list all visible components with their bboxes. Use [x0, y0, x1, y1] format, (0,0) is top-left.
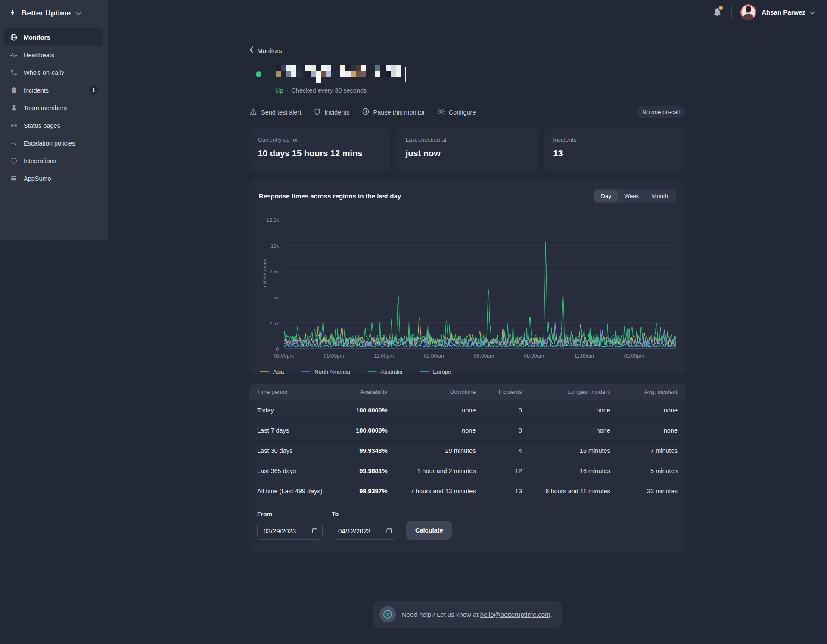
sidebar-item-monitors[interactable]: Monitors — [4, 28, 103, 46]
chart-plot-area — [284, 220, 676, 349]
cell-incidents: 0 — [476, 427, 522, 434]
cell-longest-incident: none — [522, 407, 610, 414]
monitor-status-line: Up·Checked every 30 seconds — [275, 87, 685, 94]
availability-table-panel: Time period Availability Downtime Incide… — [249, 384, 685, 552]
cell-downtime: 7 hours and 13 minutes — [388, 488, 476, 495]
sidebar-item-label: Who's on-call? — [24, 69, 65, 76]
breadcrumb-label: Monitors — [257, 47, 282, 54]
cell-availability: 99.9348% — [329, 447, 388, 454]
legend-item-australia: Australia — [367, 368, 403, 375]
status-up-label: Up — [275, 87, 283, 94]
sidebar-item-team-members[interactable]: Team members — [4, 99, 103, 117]
better-uptime-app: Better Uptime Monitors Heartbeats — [0, 0, 827, 644]
range-month-button[interactable]: Month — [645, 190, 675, 202]
table-row: Last 7 days 100.0000% none 0 none none — [249, 420, 685, 440]
cell-avg-incident: 5 minutes — [610, 468, 678, 474]
legend-label: Asia — [273, 368, 284, 375]
sidebar-item-status-pages[interactable]: Status pages — [4, 117, 103, 134]
range-week-button[interactable]: Week — [618, 190, 645, 202]
legend-item-europe: Europe — [420, 368, 451, 375]
cell-downtime: none — [388, 427, 476, 434]
lightning-bolt-icon — [9, 8, 17, 19]
chevron-down-icon — [76, 9, 81, 17]
table-header-row: Time period Availability Downtime Incide… — [249, 384, 685, 400]
cell-longest-incident: 6 hours and 11 minutes — [522, 488, 610, 495]
x-tick: 02:00am — [424, 353, 444, 359]
breadcrumb-monitors-link[interactable]: Monitors — [249, 46, 282, 54]
title-pixel-group — [340, 65, 371, 83]
from-label: From — [257, 511, 323, 517]
escalation-list-icon — [9, 140, 18, 147]
sidebar-item-incidents[interactable]: Incidents 1 — [4, 81, 103, 99]
column-header: Avg. incident — [610, 389, 678, 395]
column-header: Incidents — [476, 389, 522, 395]
cell-time-period: Today — [257, 407, 329, 414]
chart-title: Response times across regions in the las… — [259, 192, 401, 200]
cell-availability: 99.9881% — [329, 468, 388, 474]
cell-time-period: Last 365 days — [257, 468, 329, 474]
brand-name: Better Uptime — [22, 9, 71, 18]
action-label: Pause this monitor — [373, 109, 425, 116]
sidebar-item-heartbeats[interactable]: Heartbeats — [4, 46, 103, 64]
cell-incidents: 4 — [476, 447, 522, 454]
monitor-title-redacted[interactable] — [276, 65, 401, 83]
y-axis-ticks: 02.5k5k7.5k10k12.5k — [264, 220, 281, 349]
title-pixel-group — [305, 65, 336, 83]
sidebar-item-whos-on-call[interactable]: Who's on-call? — [4, 64, 103, 81]
x-tick: 11:00am — [574, 353, 594, 359]
cell-downtime: 1 hour and 2 minutes — [388, 468, 476, 474]
pause-monitor-button[interactable]: Pause this monitor — [362, 108, 425, 117]
sidebar-item-escalation-policies[interactable]: Escalation policies — [4, 134, 103, 152]
column-header: Availability — [329, 389, 388, 395]
warning-triangle-icon — [249, 108, 257, 117]
gear-icon — [437, 108, 445, 117]
stat-label: Currently up for — [258, 136, 382, 143]
x-tick: 11:00pm — [374, 353, 394, 359]
send-test-alert-button[interactable]: Send test alert — [249, 108, 302, 117]
stat-label: Last checked at — [406, 136, 529, 143]
configure-button[interactable]: Configure — [437, 108, 476, 117]
stat-card-last-checked: Last checked at just now — [397, 128, 538, 171]
svg-text:?: ? — [386, 612, 389, 617]
support-email-link[interactable]: hello@betteruptime.com — [480, 611, 550, 618]
sidebar-item-label: AppSumo — [24, 175, 51, 182]
phone-icon — [9, 69, 18, 76]
cell-downtime: 29 minutes — [388, 447, 476, 454]
sidebar-item-label: Incidents — [24, 87, 49, 94]
stat-card-incidents: Incidents 13 — [544, 128, 685, 171]
cell-longest-incident: 16 minutes — [522, 447, 610, 454]
stat-value: just now — [406, 149, 529, 158]
sidebar-item-appsumo[interactable]: AppSumo — [4, 170, 103, 187]
no-one-on-call-badge: No one on-call — [637, 106, 685, 118]
legend-item-north-america: North America — [301, 368, 350, 375]
pause-circle-icon — [362, 108, 370, 117]
sidebar-item-integrations[interactable]: Integrations — [4, 152, 103, 170]
calculate-button[interactable]: Calculate — [406, 521, 452, 540]
text-cursor — [405, 67, 406, 82]
range-day-button[interactable]: Day — [594, 190, 618, 202]
x-axis-ticks: 05:00pm08:00pm11:00pm02:00am05:00am08:00… — [284, 353, 676, 362]
calendar-icon — [386, 527, 392, 536]
x-tick: 05:00pm — [274, 353, 294, 359]
main-area: Monitors Up·Checked every 30 seconds Sen… — [108, 0, 827, 628]
incidents-button[interactable]: Incidents — [314, 108, 350, 117]
x-tick: 02:00pm — [624, 353, 644, 359]
cell-incidents: 0 — [476, 407, 522, 414]
cell-longest-incident: none — [522, 427, 610, 434]
cell-time-period: Last 7 days — [257, 427, 329, 434]
help-text: Need help? Let us know at hello@betterup… — [402, 611, 552, 618]
brand-header[interactable]: Better Uptime — [0, 0, 108, 22]
column-header: Longest incident — [522, 389, 610, 395]
sidebar-item-label: Monitors — [24, 34, 50, 41]
stat-value: 13 — [553, 149, 677, 158]
x-tick: 08:00am — [524, 353, 544, 359]
table-row: All time (Last 499 days) 99.9397% 7 hour… — [249, 481, 685, 501]
cell-availability: 100.0000% — [329, 427, 388, 434]
legend-label: Australia — [381, 368, 403, 375]
stats-cards: Currently up for 10 days 15 hours 12 min… — [249, 128, 685, 171]
legend-swatch — [260, 371, 269, 372]
monitor-header — [249, 65, 685, 83]
y-tick: 5k — [261, 295, 279, 300]
availability-range-form: From To — [249, 501, 685, 552]
shield-icon — [314, 108, 321, 117]
